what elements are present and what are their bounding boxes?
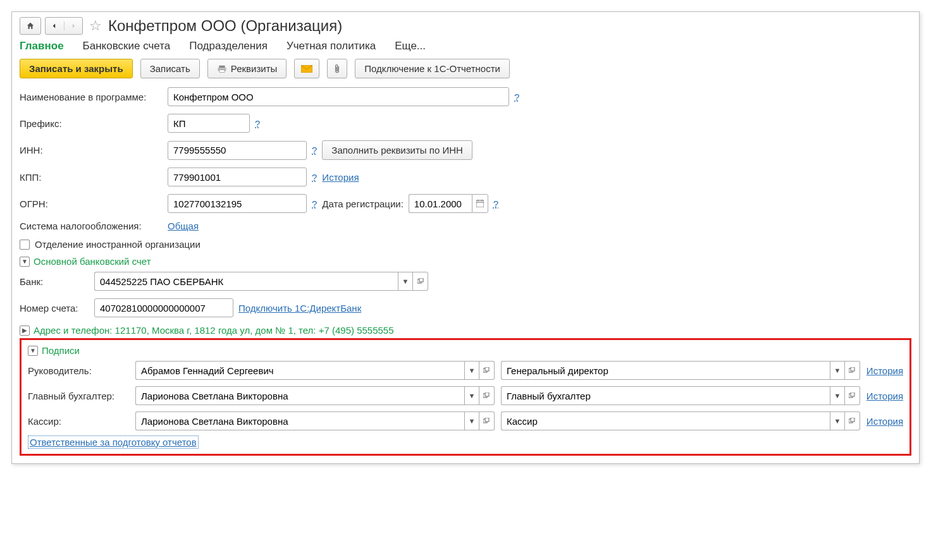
- dropdown-button[interactable]: ▼: [464, 386, 479, 405]
- ogrn-input[interactable]: [168, 194, 307, 213]
- prefix-help[interactable]: ?: [255, 118, 260, 129]
- chief-history-link[interactable]: История: [866, 391, 903, 401]
- save-button[interactable]: Записать: [140, 59, 200, 78]
- open-button[interactable]: [845, 411, 860, 430]
- open-icon: [849, 393, 855, 399]
- envelope-icon: [301, 65, 312, 73]
- requisites-button[interactable]: Реквизиты: [207, 59, 287, 78]
- svg-rect-2: [219, 70, 225, 72]
- open-icon: [849, 367, 855, 374]
- bank-input[interactable]: [94, 272, 398, 291]
- name-input[interactable]: [168, 87, 509, 106]
- head-person-input[interactable]: [135, 361, 464, 380]
- cashier-pos-input[interactable]: [501, 411, 830, 430]
- tab-subdivisions[interactable]: Подразделения: [189, 40, 268, 52]
- nav-back-forward[interactable]: [45, 17, 83, 35]
- page-title: Конфетпром ООО (Организация): [108, 17, 342, 35]
- svg-rect-19: [485, 418, 489, 422]
- dropdown-button[interactable]: ▼: [464, 361, 479, 380]
- svg-rect-0: [219, 65, 225, 67]
- row-cashier: Кассир: ▼ ▼ История: [28, 411, 903, 430]
- home-button[interactable]: [20, 17, 41, 35]
- responsible-link[interactable]: Ответственные за подготовку отчетов: [28, 435, 199, 449]
- row-prefix: Префикс: ?: [20, 114, 911, 133]
- row-tax-system: Система налогообложения: Общая: [20, 221, 911, 231]
- prefix-label: Префикс:: [20, 118, 163, 129]
- svg-rect-15: [485, 393, 489, 396]
- save-close-button[interactable]: Записать и закрыть: [20, 59, 133, 78]
- open-icon: [417, 278, 424, 284]
- svg-rect-17: [851, 393, 854, 396]
- inn-help[interactable]: ?: [312, 145, 317, 155]
- foreign-checkbox[interactable]: [20, 240, 30, 250]
- head-pos-input[interactable]: [501, 361, 830, 380]
- bank-combo: ▼: [94, 272, 428, 291]
- open-icon: [849, 418, 855, 424]
- signatures-frame: ▼ Подписи Руководитель: ▼ ▼ История Глав…: [20, 338, 911, 456]
- open-button[interactable]: [479, 386, 495, 405]
- arrow-left-icon: [50, 21, 59, 30]
- bank-open-button[interactable]: [413, 272, 428, 291]
- dropdown-button[interactable]: ▼: [830, 411, 845, 430]
- tab-main[interactable]: Главное: [20, 40, 64, 52]
- cashier-pos-combo: ▼: [501, 411, 860, 430]
- prefix-input[interactable]: [168, 114, 250, 133]
- cashier-label: Кассир:: [28, 416, 129, 427]
- cashier-history-link[interactable]: История: [866, 416, 903, 427]
- section-bank-toggle[interactable]: ▼ Основной банковский счет: [20, 256, 911, 267]
- ogrn-label: ОГРН:: [20, 198, 163, 209]
- svg-rect-13: [851, 367, 854, 371]
- row-foreign-org: Отделение иностранной организации: [20, 239, 911, 250]
- row-bank: Банк: ▼: [20, 272, 911, 291]
- calendar-button[interactable]: [472, 194, 488, 213]
- kpp-input[interactable]: [168, 167, 307, 186]
- chief-person-input[interactable]: [135, 386, 464, 405]
- open-button[interactable]: [479, 361, 495, 380]
- section-address-text: Адрес и телефон: 121170, Москва г, 1812 …: [34, 325, 394, 336]
- kpp-history-link[interactable]: История: [322, 172, 359, 183]
- head-pos-combo: ▼: [501, 361, 860, 380]
- section-signatures-toggle[interactable]: ▼ Подписи: [28, 345, 903, 356]
- section-address-toggle[interactable]: ▶ Адрес и телефон: 121170, Москва г, 181…: [20, 325, 911, 336]
- toolbar: Записать и закрыть Записать Реквизиты По…: [20, 59, 911, 78]
- dropdown-button[interactable]: ▼: [830, 386, 845, 405]
- connect-reporting-button[interactable]: Подключение к 1С-Отчетности: [355, 59, 510, 78]
- mail-button[interactable]: [294, 59, 319, 78]
- ogrn-help[interactable]: ?: [312, 198, 317, 209]
- svg-rect-4: [476, 200, 484, 207]
- dropdown-button[interactable]: ▼: [464, 411, 479, 430]
- chief-pos-input[interactable]: [501, 386, 830, 405]
- tax-value-link[interactable]: Общая: [168, 221, 199, 231]
- kpp-help[interactable]: ?: [312, 172, 317, 183]
- open-button[interactable]: [845, 386, 860, 405]
- favorite-star-icon[interactable]: ☆: [89, 18, 102, 34]
- tab-accounting-policy[interactable]: Учетная политика: [287, 40, 376, 52]
- regdate-help[interactable]: ?: [493, 198, 498, 209]
- account-input[interactable]: [94, 298, 233, 317]
- open-button[interactable]: [845, 361, 860, 380]
- inn-label: ИНН:: [20, 145, 163, 155]
- regdate-field: [409, 194, 488, 213]
- section-bank-title: Основной банковский счет: [34, 256, 151, 267]
- open-icon: [483, 367, 490, 374]
- tab-bank-accounts[interactable]: Банковские счета: [83, 40, 171, 52]
- cashier-person-combo: ▼: [135, 411, 495, 430]
- back-button[interactable]: [46, 21, 64, 30]
- directbank-link[interactable]: Подключить 1С:ДиректБанк: [238, 303, 361, 313]
- inn-input[interactable]: [168, 141, 307, 160]
- forward-button[interactable]: [64, 21, 83, 30]
- open-button[interactable]: [479, 411, 495, 430]
- cashier-person-input[interactable]: [135, 411, 464, 430]
- fill-by-inn-button[interactable]: Заполнить реквизиты по ИНН: [322, 140, 472, 160]
- row-chief-accountant: Главный бухгалтер: ▼ ▼ История: [28, 386, 903, 405]
- name-help[interactable]: ?: [514, 92, 519, 102]
- regdate-input[interactable]: [409, 194, 472, 213]
- account-label: Номер счета:: [20, 303, 89, 313]
- head-history-link[interactable]: История: [866, 365, 903, 376]
- row-name: Наименование в программе: ?: [20, 87, 911, 106]
- tab-more[interactable]: Еще...: [395, 40, 426, 52]
- dropdown-button[interactable]: ▼: [830, 361, 845, 380]
- open-icon: [483, 393, 490, 399]
- bank-dropdown-button[interactable]: ▼: [398, 272, 413, 291]
- attach-button[interactable]: [327, 59, 347, 78]
